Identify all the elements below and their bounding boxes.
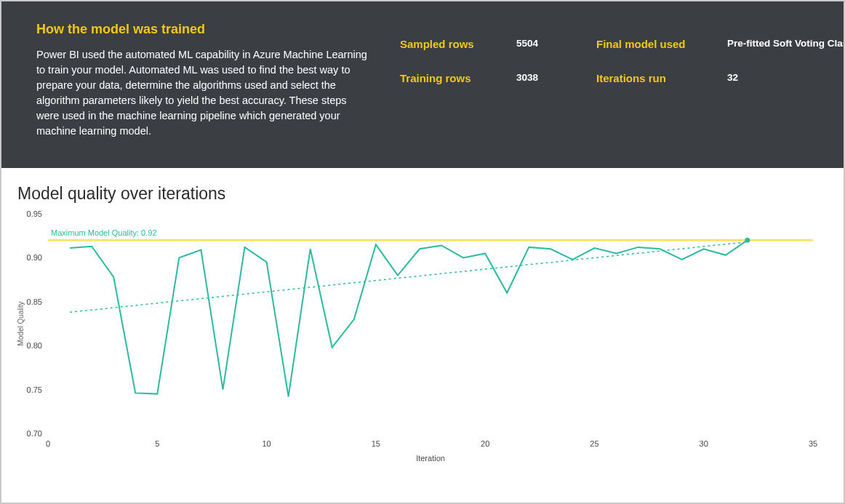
hero-title: How the model was trained [36,22,371,37]
y-tick-label: 0.90 [27,253,42,262]
stat-value-iterations: 32 [727,72,845,84]
y-tick-label: 0.75 [27,385,42,394]
x-tick-label: 10 [262,439,271,448]
chart-section: Model quality over iterations 0.700.750.… [1,168,844,477]
stat-label-iterations: Iterations run [596,72,705,84]
y-axis-title: Model Quality [17,302,25,346]
x-axis-title: Iteration [416,454,445,463]
x-tick-label: 25 [590,439,598,448]
hero-stats-grid: Sampled rows 5504 Final model used Pre-f… [400,22,845,139]
y-tick-label: 0.85 [27,297,42,306]
series-end-point [745,238,750,243]
hero-banner: How the model was trained Power BI used … [1,1,844,168]
hero-description: Power BI used the automated ML capabilit… [36,47,371,139]
y-tick-label: 0.95 [27,209,42,218]
x-tick-label: 15 [372,439,380,448]
y-tick-label: 0.80 [27,341,42,350]
reference-line-label: Maximum Model Quality: 0.92 [51,228,157,237]
x-tick-label: 35 [809,439,817,448]
x-tick-label: 20 [481,439,489,448]
stat-label-sampled-rows: Sampled rows [400,38,494,50]
stat-value-sampled-rows: 5504 [516,38,574,50]
stat-label-training-rows: Training rows [400,72,494,84]
stat-value-final-model: Pre-fitted Soft Voting Classifier [727,38,845,50]
hero-text-block: How the model was trained Power BI used … [36,22,371,139]
x-tick-label: 30 [700,439,708,448]
stat-value-training-rows: 3038 [516,72,574,84]
chart-container: 0.700.750.800.850.900.9505101520253035Ma… [13,207,828,468]
chart-svg: 0.700.750.800.850.900.9505101520253035Ma… [13,207,828,468]
report-page: How the model was trained Power BI used … [0,0,845,504]
y-tick-label: 0.70 [27,429,42,438]
chart-title: Model quality over iterations [17,184,832,204]
x-tick-label: 5 [155,439,159,448]
x-tick-label: 0 [46,439,50,448]
series-line-model-quality [70,240,748,396]
stat-label-final-model: Final model used [596,38,705,50]
